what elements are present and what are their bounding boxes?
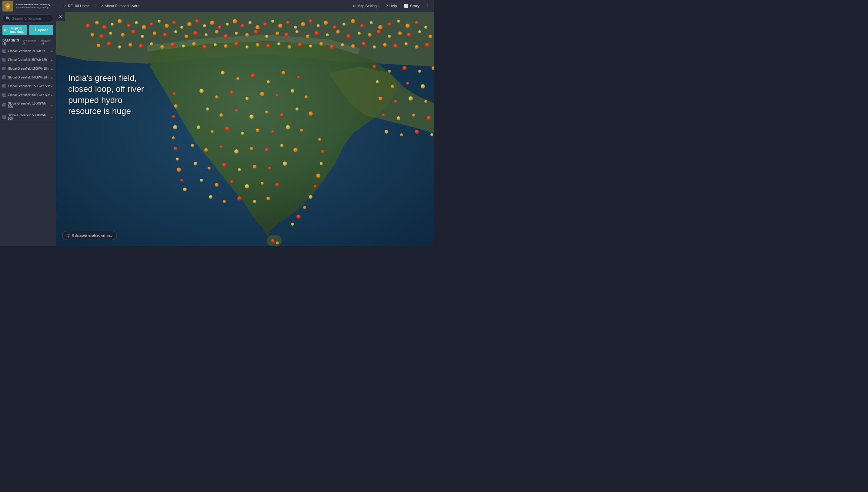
svg-point-122 [173,125,177,129]
svg-point-47 [378,25,383,29]
svg-point-44 [351,19,355,23]
svg-point-201 [406,82,409,85]
svg-point-80 [368,33,371,36]
dataset-item-left: Global Greenfield 1500GWh 60h [2,102,50,108]
nav-help[interactable]: ? Help [383,3,400,9]
svg-point-119 [173,92,176,95]
close-sidebar-button[interactable]: ✕ [56,12,65,21]
svg-point-72 [284,33,289,37]
svg-point-45 [360,24,364,28]
svg-point-34 [271,20,274,23]
dataset-collapse-icon[interactable]: ▲ [50,67,53,70]
search-input[interactable] [12,17,50,20]
svg-point-105 [288,45,291,49]
svg-point-137 [291,223,294,226]
dataset-item-left: Global Greenfield 15GWh 18h [2,67,48,70]
svg-point-28 [226,23,229,26]
dataset-item[interactable]: Global Greenfield 150GWh 50h ▲ [0,82,56,91]
dataset-checkbox[interactable] [2,93,6,97]
dataset-checkbox[interactable] [2,84,6,88]
svg-point-14 [118,19,122,23]
svg-point-102 [256,43,260,47]
svg-point-124 [174,147,177,150]
svg-point-136 [296,215,300,219]
nav-map-settings[interactable]: ⚙ Map Settings [349,3,382,9]
dataset-label: Global Greenfield 5000GWh 200h [7,114,50,120]
dataset-item[interactable]: Global Greenfield 1500GWh 60h ▲ [0,99,56,111]
svg-point-55 [109,32,112,35]
svg-point-43 [342,23,345,26]
dataset-item[interactable]: Global Greenfield 15GWh 18h ▲ [0,64,56,73]
dataset-collapse-icon[interactable]: ▲ [50,84,53,88]
svg-point-41 [324,21,328,25]
svg-point-30 [241,24,244,28]
dataset-item-left: Global Greenfield 2GWh 6h [2,49,45,53]
svg-point-208 [397,116,400,120]
svg-point-169 [204,148,208,152]
svg-point-216 [276,242,279,245]
dataset-item[interactable]: Global Greenfield 5000GWh 200h ▲ [0,111,56,123]
svg-point-75 [315,31,319,35]
svg-point-106 [298,43,302,47]
svg-point-53 [91,33,94,36]
dataset-checkbox[interactable] [2,115,6,119]
dataset-item[interactable]: Global Greenfield 5GWh 18h ▲ [0,55,56,64]
svg-point-12 [102,25,107,29]
dataset-checkbox[interactable] [2,103,6,107]
dataset-collapse-icon[interactable]: ▲ [50,104,53,107]
svg-point-174 [280,144,283,147]
svg-point-51 [415,21,418,25]
remove-all-button[interactable]: ⊖ Remove All [22,39,38,45]
svg-point-212 [400,133,403,136]
external-link-icon-2: ↗ [101,4,103,7]
dataset-item[interactable]: Global Greenfield 500GWh 50h ▲ [0,91,56,99]
dataset-checkbox[interactable] [2,49,6,53]
dataset-collapse-icon[interactable]: ▲ [50,58,53,62]
dataset-checkbox[interactable] [2,67,6,70]
upload-button[interactable]: ⬆ Upload [29,25,53,35]
nav-re100-home[interactable]: ↗ RE100 Home [61,3,93,9]
navigation-bar: ↗ RE100 Home | ↗ About Pumped Hydro ⚙ Ma… [58,3,432,9]
svg-point-196 [403,66,407,70]
svg-point-195 [388,70,391,73]
search-box[interactable]: 🔍 [2,15,53,22]
dataset-collapse-icon[interactable]: ▲ [50,116,53,119]
main-content: 🔍 ⊕ Explore map data ⬆ Upload DATA SETS … [0,12,434,246]
svg-point-181 [268,167,271,170]
svg-point-100 [234,42,239,46]
svg-point-205 [409,96,413,101]
dataset-item-left: Global Greenfield 150GWh 50h [2,84,50,88]
nav-share[interactable]: ⤴ [424,3,432,9]
svg-point-120 [174,104,177,108]
map-area[interactable]: ✕ [56,12,434,246]
explore-map-button[interactable]: ⊕ Explore map data [2,25,27,35]
story-icon: ⬜ [404,4,409,8]
svg-point-215 [271,239,274,243]
dataset-item[interactable]: Global Greenfield 2GWh 6h ▲ [0,47,56,55]
dataset-collapse-icon[interactable]: ▲ [50,76,53,79]
svg-point-206 [424,100,427,103]
svg-point-98 [214,43,217,46]
svg-point-42 [333,25,337,29]
svg-point-144 [199,89,204,93]
dataset-checkbox[interactable] [2,75,6,79]
svg-point-176 [194,162,197,166]
svg-point-27 [218,25,221,29]
svg-point-57 [131,30,136,34]
dataset-collapse-icon[interactable]: ▲ [50,93,53,97]
svg-point-155 [249,115,254,119]
svg-point-153 [219,113,223,117]
dataset-item[interactable]: Global Greenfield 50GWh 18h ▲ [0,73,56,82]
expand-all-button[interactable]: Expand All [41,39,53,45]
svg-point-99 [224,44,227,48]
svg-point-118 [425,43,430,47]
svg-point-66 [224,34,228,39]
svg-point-25 [203,24,206,27]
nav-about-pumped-hydro[interactable]: ↗ About Pumped Hydro [98,3,142,9]
nav-story[interactable]: ⬜ Story [401,3,423,9]
svg-point-74 [306,34,309,38]
dataset-collapse-icon[interactable]: ▲ [50,49,53,53]
svg-point-182 [283,162,287,166]
dataset-checkbox[interactable] [2,58,6,62]
svg-point-125 [176,157,179,161]
